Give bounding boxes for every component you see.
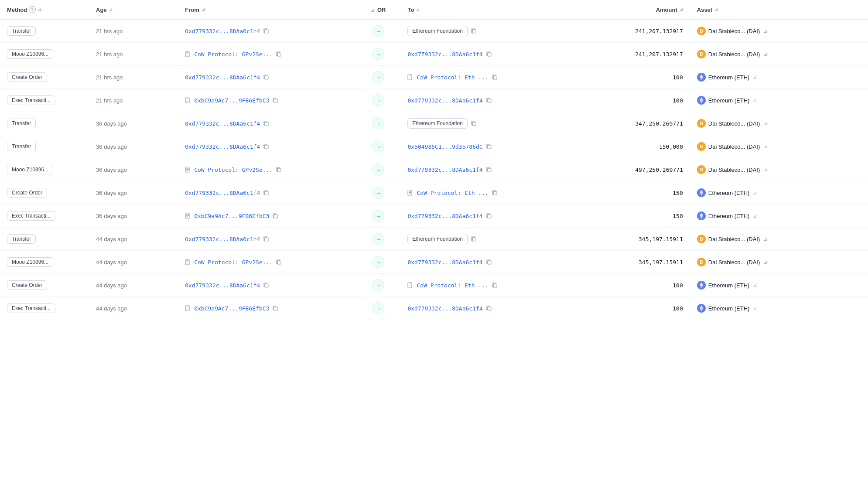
to-copy-icon[interactable] xyxy=(492,190,498,196)
to-address-link[interactable]: 0xd779332c...8DAa6c1f4 xyxy=(407,259,482,266)
method-badge[interactable]: Exec Transacti... xyxy=(7,211,55,221)
asset-filter-icon[interactable]: ⊿ xyxy=(763,51,767,57)
from-address-link[interactable]: 0xd779332c...8DAa6c1f4 xyxy=(185,74,260,81)
from-copy-icon[interactable] xyxy=(263,283,269,288)
from-address-link[interactable]: CoW Protocol: GPv2Se... xyxy=(194,259,273,266)
to-address-link[interactable]: 0xd779332c...8DAa6c1f4 xyxy=(407,305,482,312)
or-filter-icon[interactable]: ⊿ xyxy=(371,7,375,13)
asset-filter-icon[interactable]: ⊿ xyxy=(753,75,757,80)
to-foundation-badge[interactable]: Ethereum Foundation xyxy=(407,234,467,244)
asset-filter-icon[interactable]: ⊿ xyxy=(763,144,767,150)
asset-filter-icon[interactable]: ⊿ xyxy=(753,283,757,288)
method-help-icon[interactable]: ? xyxy=(29,6,36,13)
from-address-link[interactable]: 0xd779332c...8DAa6c1f4 xyxy=(185,120,260,127)
arrow-button[interactable]: → xyxy=(372,164,384,176)
asset-filter-icon[interactable]: ⊿ xyxy=(763,167,767,173)
method-badge[interactable]: Exec Transacti... xyxy=(7,95,55,105)
to-copy-icon[interactable] xyxy=(486,51,492,57)
to-address-link[interactable]: 0xd779332c...8DAa6c1f4 xyxy=(407,167,482,173)
arrow-button[interactable]: → xyxy=(372,25,384,37)
from-copy-icon[interactable] xyxy=(263,144,269,150)
method-badge[interactable]: Mooo Z10896... xyxy=(7,257,53,267)
from-copy-icon[interactable] xyxy=(263,190,269,196)
asset-name[interactable]: Ethereum (ETH) xyxy=(708,190,750,196)
asset-filter-icon[interactable]: ⊿ xyxy=(753,98,757,103)
to-copy-icon[interactable] xyxy=(471,28,477,34)
to-filter-icon[interactable]: ⊿ xyxy=(416,7,420,13)
from-address-link[interactable]: CoW Protocol: GPv2Se... xyxy=(194,167,273,173)
to-address-link[interactable]: CoW Protocol: Eth ... xyxy=(417,190,488,196)
from-address-link[interactable]: 0xbC9a9Ac7...9FB6EfbC3 xyxy=(194,305,269,312)
arrow-button[interactable]: → xyxy=(372,210,384,222)
to-address-link[interactable]: CoW Protocol: Eth ... xyxy=(417,282,488,289)
arrow-button[interactable]: → xyxy=(372,117,384,130)
to-copy-icon[interactable] xyxy=(486,98,492,103)
from-address-link[interactable]: 0xd779332c...8DAa6c1f4 xyxy=(185,190,260,196)
from-address-link[interactable]: 0xbC9a9Ac7...9FB6EfbC3 xyxy=(194,213,269,219)
from-address-link[interactable]: 0xd779332c...8DAa6c1f4 xyxy=(185,28,260,34)
asset-name[interactable]: Ethereum (ETH) xyxy=(708,74,750,81)
arrow-button[interactable]: → xyxy=(372,256,384,268)
from-address-link[interactable]: CoW Protocol: GPv2Se... xyxy=(194,51,273,58)
asset-name[interactable]: Dai Stableco... (DAI) xyxy=(708,259,760,266)
from-address-link[interactable]: 0xbC9a9Ac7...9FB6EfbC3 xyxy=(194,97,269,104)
from-copy-icon[interactable] xyxy=(276,51,282,57)
to-copy-icon[interactable] xyxy=(486,306,492,311)
to-address-link[interactable]: 0xd779332c...8DAa6c1f4 xyxy=(407,213,482,219)
to-copy-icon[interactable] xyxy=(486,259,492,265)
to-foundation-badge[interactable]: Ethereum Foundation xyxy=(407,26,467,36)
asset-name[interactable]: Dai Stableco... (DAI) xyxy=(708,236,760,242)
arrow-button[interactable]: → xyxy=(372,94,384,106)
asset-name[interactable]: Ethereum (ETH) xyxy=(708,213,750,219)
method-badge[interactable]: Transfer xyxy=(7,119,36,128)
method-badge[interactable]: Exec Transacti... xyxy=(7,303,55,313)
from-copy-icon[interactable] xyxy=(276,259,282,265)
amount-filter-icon[interactable]: ⊿ xyxy=(679,7,683,13)
to-copy-icon[interactable] xyxy=(486,167,492,173)
from-address-link[interactable]: 0xd779332c...8DAa6c1f4 xyxy=(185,282,260,289)
to-address-link[interactable]: 0x504985C1...9d35786dC xyxy=(407,143,482,150)
to-copy-icon[interactable] xyxy=(486,213,492,219)
asset-name[interactable]: Ethereum (ETH) xyxy=(708,282,750,289)
from-copy-icon[interactable] xyxy=(263,75,269,80)
to-copy-icon[interactable] xyxy=(486,144,492,150)
to-copy-icon[interactable] xyxy=(492,283,498,288)
arrow-button[interactable]: → xyxy=(372,140,384,153)
arrow-button[interactable]: → xyxy=(372,48,384,60)
from-filter-icon[interactable]: ⊿ xyxy=(201,7,205,13)
to-address-link[interactable]: 0xd779332c...8DAa6c1f4 xyxy=(407,51,482,58)
from-address-link[interactable]: 0xd779332c...8DAa6c1f4 xyxy=(185,143,260,150)
to-foundation-badge[interactable]: Ethereum Foundation xyxy=(407,118,467,129)
method-badge[interactable]: Mooo Z10896... xyxy=(7,49,53,59)
from-copy-icon[interactable] xyxy=(263,121,269,126)
asset-name[interactable]: Dai Stableco... (DAI) xyxy=(708,143,760,150)
method-badge[interactable]: Transfer xyxy=(7,26,36,36)
to-copy-icon[interactable] xyxy=(471,121,477,126)
from-copy-icon[interactable] xyxy=(273,98,278,103)
to-address-link[interactable]: 0xd779332c...8DAa6c1f4 xyxy=(407,97,482,104)
from-copy-icon[interactable] xyxy=(263,28,269,34)
asset-name[interactable]: Ethereum (ETH) xyxy=(708,97,750,104)
arrow-button[interactable]: → xyxy=(372,71,384,83)
from-copy-icon[interactable] xyxy=(273,306,278,311)
method-badge[interactable]: Transfer xyxy=(7,142,36,151)
method-badge[interactable]: Mooo Z10896... xyxy=(7,165,53,174)
to-address-link[interactable]: CoW Protocol: Eth ... xyxy=(417,74,488,81)
method-filter-icon[interactable]: ⊿ xyxy=(38,7,41,13)
from-address-link[interactable]: 0xd779332c...8DAa6c1f4 xyxy=(185,236,260,242)
age-filter-icon[interactable]: ⊿ xyxy=(109,7,113,13)
asset-name[interactable]: Ethereum (ETH) xyxy=(708,305,750,312)
asset-name[interactable]: Dai Stableco... (DAI) xyxy=(708,28,760,34)
arrow-button[interactable]: → xyxy=(372,302,384,314)
asset-name[interactable]: Dai Stableco... (DAI) xyxy=(708,51,760,58)
asset-name[interactable]: Dai Stableco... (DAI) xyxy=(708,120,760,127)
asset-filter-icon[interactable]: ⊿ xyxy=(763,121,767,126)
arrow-button[interactable]: → xyxy=(372,233,384,245)
method-badge[interactable]: Create Order xyxy=(7,188,47,198)
method-badge[interactable]: Create Order xyxy=(7,72,47,82)
asset-filter-icon[interactable]: ⊿ xyxy=(763,28,767,34)
asset-filter-icon[interactable]: ⊿ xyxy=(714,7,718,13)
asset-filter-icon[interactable]: ⊿ xyxy=(763,236,767,242)
from-copy-icon[interactable] xyxy=(273,213,278,219)
asset-name[interactable]: Dai Stableco... (DAI) xyxy=(708,167,760,173)
